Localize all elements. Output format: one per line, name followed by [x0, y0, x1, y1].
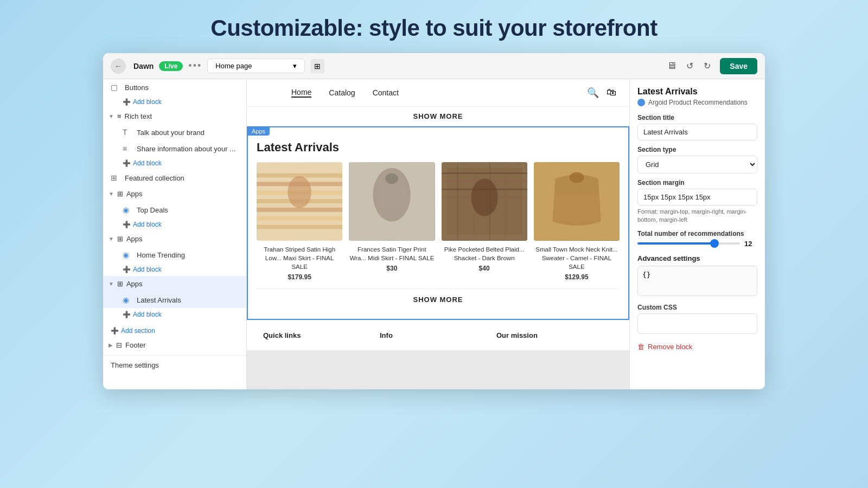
sidebar-footer-header[interactable]: ▶ ⊟ Footer — [103, 337, 246, 353]
arrow-icon-apps1: ▼ — [108, 191, 114, 197]
top-deals-icon: ◉ — [123, 206, 132, 214]
nav-link-home[interactable]: Home — [291, 88, 311, 98]
panel-subtitle: Argoid Product Recommendations — [637, 99, 757, 106]
sidebar-add-block-apps1[interactable]: ➕ Add block — [103, 218, 246, 231]
desktop-icon[interactable]: 🖥 — [667, 60, 676, 72]
sidebar-add-block-buttons[interactable]: ➕ Add block — [103, 95, 246, 108]
page-main-title: Customizable: style to suit your storefr… — [210, 15, 657, 41]
sidebar-item-home-trending[interactable]: ◉ Home Trending — [103, 247, 246, 263]
product-card-1[interactable]: Trahan Striped Satin High Low... Maxi Sk… — [257, 162, 342, 281]
sidebar-buttons-label: Buttons — [125, 84, 149, 92]
sidebar-item-featured-collection[interactable]: ⊞ Featured collection — [103, 170, 246, 186]
top-deals-label: Top Deals — [137, 206, 168, 214]
home-trending-label: Home Trending — [137, 251, 185, 259]
product-card-3[interactable]: Pike Pocketed Belted Plaid... Shacket - … — [442, 162, 527, 281]
right-panel: Latest Arrivals Argoid Product Recommend… — [629, 79, 765, 389]
section-margin-input[interactable] — [637, 189, 757, 206]
cart-icon[interactable]: 🛍 — [607, 87, 616, 99]
live-badge: Live — [159, 61, 183, 71]
sidebar-item-top-deals[interactable]: ◉ Top Deals — [103, 202, 246, 218]
slider-track[interactable] — [637, 242, 740, 245]
apps2-label: Apps — [126, 235, 143, 243]
svg-rect-5 — [257, 208, 342, 212]
plus-icon-apps2: ➕ — [123, 266, 131, 273]
footer-col-1: Quick links — [263, 331, 380, 339]
plus-icon-richtext: ➕ — [123, 159, 131, 167]
panel-logo-dot — [637, 99, 645, 106]
product-card-4[interactable]: Small Town Mock Neck Knit... Sweater - C… — [534, 162, 620, 281]
add-section-button[interactable]: ➕ Add section — [103, 324, 246, 337]
product-image-2 — [349, 162, 435, 241]
redo-button[interactable]: ↻ — [699, 59, 714, 74]
sidebar-add-block-apps3[interactable]: ➕ Add block — [103, 308, 246, 321]
sidebar-item-talk-brand[interactable]: T Talk about your brand — [103, 124, 246, 140]
product-price-2: $30 — [349, 265, 435, 272]
svg-point-8 — [288, 176, 311, 208]
sidebar-add-block-richtext[interactable]: ➕ Add block — [103, 157, 246, 170]
store-name-label: Dawn — [133, 62, 154, 70]
footer-col-2: Info — [380, 331, 496, 339]
buttons-icon: ▢ — [111, 83, 120, 92]
sidebar-add-block-apps2[interactable]: ➕ Add block — [103, 263, 246, 276]
plus-icon-section: ➕ — [111, 327, 119, 335]
section-heading: Latest Arrivals — [257, 140, 620, 155]
product-name-3: Pike Pocketed Belted Plaid... Shacket - … — [442, 245, 527, 262]
nav-link-contact[interactable]: Contact — [373, 88, 399, 97]
save-button[interactable]: Save — [720, 58, 757, 74]
product-name-2: Frances Satin Tiger Print Wra... Midi Sk… — [349, 245, 435, 262]
text-icon-1: T — [123, 128, 132, 137]
product-card-2[interactable]: Frances Satin Tiger Print Wra... Midi Sk… — [349, 162, 435, 281]
sidebar-rich-text-header[interactable]: ▼ ≡ Rich text — [103, 108, 246, 124]
section-margin-label: Section margin — [637, 179, 757, 187]
slider-fill — [637, 242, 714, 245]
products-grid: Trahan Striped Satin High Low... Maxi Sk… — [257, 162, 620, 281]
sidebar-apps-2-header[interactable]: ▼ ⊞ Apps — [103, 231, 246, 247]
show-more-bar[interactable]: SHOW MORE — [247, 107, 629, 126]
featured-icon: ⊞ — [111, 174, 120, 182]
add-block-apps3-label: Add block — [133, 311, 162, 318]
store-navigation: Home Catalog Contact 🔍 🛍 — [247, 79, 629, 107]
page-selector-dropdown[interactable]: Home page ▾ — [207, 59, 305, 73]
plus-icon: ➕ — [123, 98, 131, 106]
product-image-3 — [442, 162, 527, 241]
product-price-3: $40 — [442, 265, 527, 272]
sidebar-item-share-info[interactable]: ≡ Share information about your ... — [103, 140, 246, 157]
sidebar-item-latest-arrivals[interactable]: ◉ Latest Arrivals — [103, 292, 246, 308]
browser-bar: ← Dawn Live ••• Home page ▾ ⊞ 🖥 ↺ ↻ Save — [103, 53, 765, 79]
slider-row: 12 — [637, 240, 757, 248]
section-type-select[interactable]: Grid — [637, 156, 757, 174]
custom-css-textarea[interactable] — [637, 313, 757, 334]
section-type-label: Section type — [637, 146, 757, 153]
sidebar-apps-1-header[interactable]: ▼ ⊞ Apps — [103, 186, 246, 202]
browser-content: ▢ Buttons ➕ Add block ▼ ≡ Rich text T Ta… — [103, 79, 765, 389]
section-title-input[interactable] — [637, 124, 757, 140]
nav-link-catalog[interactable]: Catalog — [329, 88, 355, 97]
apps1-icon: ⊞ — [117, 190, 123, 198]
browser-back-button[interactable]: ← — [111, 59, 126, 74]
plus-icon-apps3: ➕ — [123, 311, 131, 318]
section-show-more[interactable]: SHOW MORE — [257, 288, 620, 310]
apps3-icon: ⊞ — [117, 280, 123, 288]
theme-settings-button[interactable]: Theme settings — [103, 355, 246, 375]
remove-block-button[interactable]: 🗑 Remove block — [637, 343, 757, 351]
slider-thumb[interactable] — [710, 239, 719, 248]
undo-button[interactable]: ↺ — [682, 59, 697, 74]
svg-rect-25 — [554, 195, 599, 221]
more-options-button[interactable]: ••• — [188, 60, 202, 72]
footer-label: Footer — [125, 341, 146, 349]
arrow-icon-footer: ▶ — [108, 342, 113, 348]
advanced-settings-textarea[interactable]: {} — [637, 266, 757, 296]
apps1-label: Apps — [126, 190, 143, 198]
add-block-label-buttons: Add block — [133, 98, 162, 106]
arrow-icon-richtext: ▼ — [108, 113, 114, 119]
sidebar-apps-3-header[interactable]: ▼ ⊞ Apps — [103, 276, 246, 292]
product-name-1: Trahan Striped Satin High Low... Maxi Sk… — [257, 245, 342, 271]
section-margin-hint: Format: margin-top, margin-right, margin… — [637, 208, 757, 224]
advanced-settings-label: Advanced settings — [637, 254, 757, 262]
arrow-icon-apps2: ▼ — [108, 236, 114, 242]
arrow-icon-apps3: ▼ — [108, 281, 114, 287]
richtext-label: Rich text — [125, 112, 152, 120]
search-icon[interactable]: 🔍 — [587, 87, 599, 99]
grid-view-icon[interactable]: ⊞ — [310, 59, 324, 73]
sidebar-item-buttons[interactable]: ▢ Buttons — [103, 79, 246, 95]
